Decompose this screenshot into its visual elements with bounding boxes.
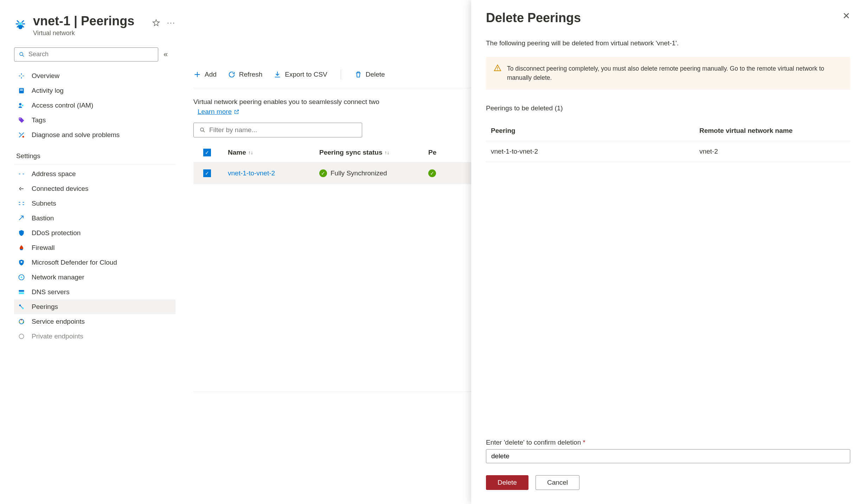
nav-label: Peerings <box>32 303 58 311</box>
nav-network-manager[interactable]: Network manager <box>14 270 175 285</box>
dns-icon <box>18 288 25 296</box>
search-icon <box>199 127 206 133</box>
nav-tags[interactable]: Tags <box>14 113 175 128</box>
svg-point-19 <box>21 319 22 320</box>
sidebar-search-input[interactable] <box>25 51 154 58</box>
panel-cancel-button[interactable]: Cancel <box>536 475 579 490</box>
add-button[interactable]: Add <box>193 71 217 78</box>
peering-name-link[interactable]: vnet-1-to-vnet-2 <box>228 169 275 177</box>
delete-table-row: vnet-1-to-vnet-2 vnet-2 <box>486 141 850 162</box>
nav-diagnose[interactable]: Diagnose and solve problems <box>14 128 175 142</box>
col-sync[interactable]: Peering sync status ↑↓ <box>319 149 428 156</box>
overview-icon <box>18 72 25 80</box>
nav-label: Diagnose and solve problems <box>32 131 120 139</box>
svg-point-1 <box>18 25 23 29</box>
add-label: Add <box>205 71 217 78</box>
trash-icon <box>354 71 362 78</box>
service-endpoints-icon <box>18 318 25 325</box>
close-icon[interactable]: ✕ <box>842 11 850 21</box>
sidebar-search[interactable] <box>14 47 158 62</box>
success-icon: ✓ <box>428 169 436 177</box>
firewall-icon <box>18 244 25 252</box>
nav-label: Tags <box>32 116 46 124</box>
nav-firewall[interactable]: Firewall <box>14 240 175 255</box>
diagnose-icon <box>18 131 25 139</box>
page-title: vnet-1 | Peerings <box>33 14 134 28</box>
panel-description: The following peering will be deleted fr… <box>486 39 850 47</box>
success-icon: ✓ <box>319 169 327 177</box>
select-all-checkbox[interactable]: ✓ <box>203 149 211 156</box>
nav-label: DDoS protection <box>32 229 81 237</box>
delete-table-header: Peering Remote virtual network name <box>486 121 850 141</box>
svg-point-7 <box>19 103 21 105</box>
svg-point-13 <box>21 276 23 278</box>
col-peering: Peering <box>491 127 699 135</box>
required-star: * <box>583 439 585 446</box>
bastion-icon <box>18 214 25 222</box>
learn-more-link[interactable]: Learn more <box>198 108 239 116</box>
nav-overview[interactable]: Overview <box>14 69 175 83</box>
virtual-network-icon <box>14 18 27 30</box>
peerings-icon <box>18 303 25 311</box>
nav-access-control[interactable]: Access control (IAM) <box>14 98 175 113</box>
svg-line-3 <box>23 55 24 57</box>
nav-address-space[interactable]: Address space <box>14 167 175 181</box>
nav-ddos[interactable]: DDoS protection <box>14 226 175 240</box>
delete-table: Peering Remote virtual network name vnet… <box>486 121 850 162</box>
nav-bastion[interactable]: Bastion <box>14 211 175 226</box>
nav-label: Connected devices <box>32 185 89 193</box>
connected-devices-icon <box>18 185 25 193</box>
svg-point-11 <box>21 261 23 263</box>
export-button[interactable]: Export to CSV <box>274 71 327 78</box>
defender-icon <box>18 259 25 266</box>
nav-label: Firewall <box>32 244 55 252</box>
nav-defender[interactable]: Microsoft Defender for Cloud <box>14 255 175 270</box>
shield-icon <box>18 229 25 237</box>
page-subtitle: Virtual network <box>33 30 134 37</box>
svg-rect-14 <box>19 290 24 292</box>
nav-peerings[interactable]: Peerings <box>14 299 175 314</box>
nav-label: Microsoft Defender for Cloud <box>32 259 117 266</box>
nav-connected-devices[interactable]: Connected devices <box>14 181 175 196</box>
address-space-icon <box>18 170 25 178</box>
cell-peering: vnet-1-to-vnet-2 <box>491 148 699 155</box>
nav-service-endpoints[interactable]: Service endpoints <box>14 314 175 329</box>
svg-point-20 <box>23 322 24 323</box>
nav-label: Bastion <box>32 214 54 222</box>
confirm-delete-input[interactable] <box>486 449 850 463</box>
warning-box: To disconnect peering completely, you mu… <box>486 57 850 90</box>
svg-rect-6 <box>20 90 23 91</box>
nav-label: Subnets <box>32 200 56 207</box>
collapse-sidebar-icon[interactable]: « <box>164 50 168 59</box>
favorite-star-icon[interactable] <box>152 19 160 27</box>
filter-input[interactable] <box>206 126 356 134</box>
delete-button[interactable]: Delete <box>354 71 385 78</box>
col-status[interactable]: Pe <box>428 149 460 156</box>
warning-icon <box>494 64 501 72</box>
confirm-label: Enter 'delete' to confirm deletion * <box>486 439 585 446</box>
nav-dns[interactable]: DNS servers <box>14 285 175 299</box>
svg-point-26 <box>497 69 498 70</box>
refresh-button[interactable]: Refresh <box>228 71 263 78</box>
nav-label: Address space <box>32 170 76 178</box>
svg-point-10 <box>23 136 24 137</box>
svg-point-23 <box>200 128 204 131</box>
nav-label: Access control (IAM) <box>32 102 93 109</box>
nav-subnets[interactable]: Subnets <box>14 196 175 211</box>
nav-private-endpoints[interactable]: Private endpoints <box>14 329 175 344</box>
svg-rect-15 <box>19 292 24 294</box>
svg-point-8 <box>22 104 24 106</box>
svg-point-21 <box>19 322 20 323</box>
svg-rect-5 <box>20 89 23 90</box>
nav-activity-log[interactable]: Activity log <box>14 83 175 98</box>
filter-box[interactable] <box>193 123 362 137</box>
sort-icon: ↑↓ <box>385 150 390 155</box>
nav-label: DNS servers <box>32 288 70 296</box>
sort-icon: ↑↓ <box>248 150 253 155</box>
delete-label: Delete <box>366 71 385 78</box>
row-checkbox[interactable]: ✓ <box>203 169 211 177</box>
toolbar-separator <box>341 70 341 79</box>
col-name[interactable]: Name ↑↓ <box>228 149 319 156</box>
panel-delete-button[interactable]: Delete <box>486 475 528 490</box>
more-icon[interactable]: ··· <box>167 18 175 27</box>
